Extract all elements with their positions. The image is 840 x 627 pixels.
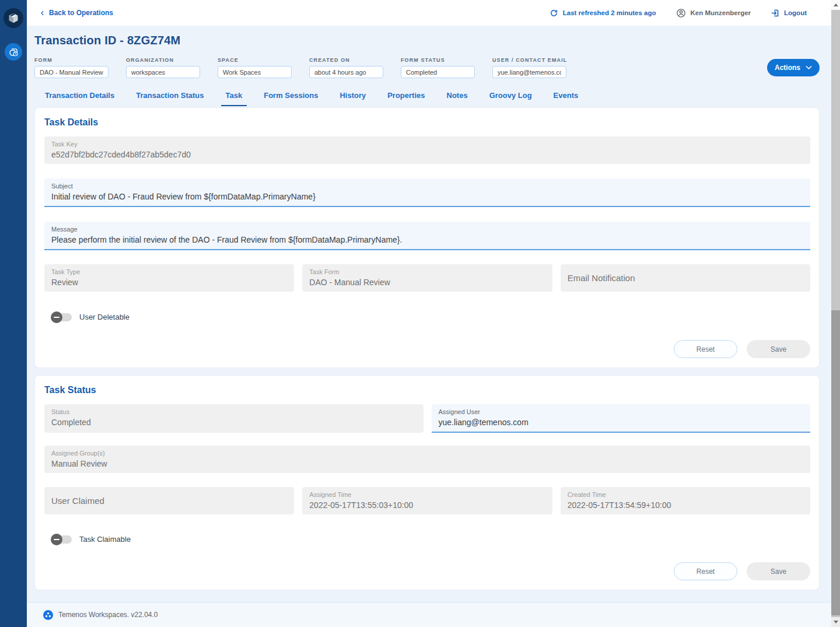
field-form: FORM	[34, 57, 108, 78]
meta-fields-row: FORM ORGANIZATION SPACE CREATED ON FORM …	[34, 57, 820, 78]
message-value: Please perform the initial review of the…	[51, 234, 803, 245]
assigned-user-field[interactable]: Assigned User yue.liang@temenos.com	[432, 404, 811, 433]
subject-label: Subject	[51, 183, 803, 190]
app-logo-button[interactable]	[4, 8, 23, 28]
tab-bar: Transaction Details Transaction Status T…	[45, 91, 820, 106]
save-button[interactable]: Save	[747, 562, 810, 580]
tab-properties[interactable]: Properties	[387, 91, 425, 106]
task-form-field: Task Form DAO - Manual Review	[302, 264, 552, 292]
vertical-scrollbar[interactable]	[831, 0, 840, 627]
back-label: Back to Operations	[49, 9, 113, 17]
tab-transaction-details[interactable]: Transaction Details	[45, 91, 114, 106]
subject-field[interactable]: Subject Initial review of DAO - Fraud Re…	[44, 178, 810, 207]
tab-form-sessions[interactable]: Form Sessions	[264, 91, 318, 106]
cube-logo-icon	[8, 12, 19, 24]
back-button[interactable]: Back to Operations	[40, 9, 113, 17]
tab-history[interactable]: History	[340, 91, 366, 106]
user-claimed-field: User Claimed	[44, 487, 294, 514]
task-details-card: Task Details Task Key e52d7bf2bdc27cded4…	[34, 107, 820, 368]
task-type-label: Task Type	[51, 268, 287, 276]
save-button[interactable]: Save	[747, 340, 810, 358]
tab-transaction-status[interactable]: Transaction Status	[136, 91, 204, 106]
page-header: Transaction ID - 8ZGZ74M Actions FORM OR…	[34, 34, 820, 78]
actions-button[interactable]: Actions	[767, 59, 820, 76]
email-notification-label: Email Notification	[568, 273, 635, 283]
user-name: Ken Munzenberger	[691, 9, 751, 16]
field-space: SPACE	[218, 57, 292, 78]
created-time-value: 2022-05-17T13:54:59+10:00	[568, 500, 803, 510]
field-created-on-label: CREATED ON	[309, 57, 383, 63]
arrow-up-icon	[834, 3, 838, 6]
actions-label: Actions	[775, 64, 800, 72]
tab-notes[interactable]: Notes	[447, 91, 468, 106]
status-label: Status	[51, 408, 416, 416]
logout-icon	[771, 9, 779, 17]
field-created-on-input[interactable]	[309, 66, 383, 78]
assigned-groups-label: Assigned Group(s)	[51, 450, 803, 457]
field-form-input[interactable]	[34, 66, 108, 78]
task-claimable-toggle[interactable]: Task Claimable	[52, 535, 810, 544]
user-deletable-toggle[interactable]: User Deletable	[52, 313, 810, 321]
logout-label: Logout	[784, 9, 807, 16]
arrow-down-icon	[834, 621, 838, 624]
task-form-label: Task Form	[309, 268, 545, 276]
sidebar-item-workspaces[interactable]	[5, 43, 22, 61]
field-form-status-input[interactable]	[401, 66, 475, 78]
logout-button[interactable]: Logout	[771, 9, 807, 17]
user-menu[interactable]: Ken Munzenberger	[676, 8, 751, 18]
user-deletable-label: User Deletable	[79, 313, 130, 321]
task-details-buttons: Reset Save	[44, 340, 810, 358]
field-organization-input[interactable]	[126, 66, 200, 78]
user-icon	[676, 8, 686, 18]
assigned-user-label: Assigned User	[439, 408, 804, 416]
reset-button[interactable]: Reset	[674, 562, 737, 580]
field-space-input[interactable]	[218, 66, 292, 78]
field-form-status-label: FORM STATUS	[401, 57, 475, 63]
field-organization: ORGANIZATION	[126, 57, 200, 78]
field-user-contact-email-label: USER / CONTACT EMAIL	[492, 57, 567, 63]
tab-events[interactable]: Events	[554, 91, 579, 106]
task-status-row-1: Status Completed Assigned User yue.liang…	[44, 404, 810, 433]
temenos-logo-icon	[43, 610, 53, 620]
assigned-time-value: 2022-05-17T13:55:03+10:00	[309, 500, 545, 510]
refresh-button[interactable]: Last refreshed 2 minutes ago	[550, 9, 656, 17]
refresh-icon	[550, 9, 558, 17]
task-type-value: Review	[51, 277, 287, 288]
task-key-field: Task Key e52d7bf2bdc27cded4b8f27ab5dec7d…	[44, 136, 810, 164]
task-claimable-label: Task Claimable	[79, 535, 131, 544]
scroll-down-button[interactable]	[831, 617, 840, 627]
task-key-label: Task Key	[51, 141, 803, 148]
tab-task[interactable]: Task	[226, 91, 243, 106]
user-deletable-switch-track[interactable]	[52, 313, 72, 321]
footer: Temenos Workspaces. v22.04.0	[27, 602, 831, 627]
refresh-label: Last refreshed 2 minutes ago	[563, 9, 656, 16]
chevron-down-icon	[806, 65, 812, 70]
user-claimed-label: User Claimed	[51, 496, 104, 506]
field-space-label: SPACE	[218, 57, 292, 63]
workspaces-icon	[9, 47, 19, 57]
assigned-user-value: yue.liang@temenos.com	[439, 417, 804, 428]
scrollbar-thumb[interactable]	[831, 310, 840, 615]
task-status-card: Task Status Status Completed Assigned Us…	[34, 375, 820, 590]
sidebar	[0, 0, 27, 627]
footer-version-text: Temenos Workspaces. v22.04.0	[58, 611, 158, 619]
created-time-label: Created Time	[568, 491, 803, 499]
task-claimable-switch-track[interactable]	[52, 535, 72, 544]
field-form-label: FORM	[34, 57, 108, 63]
field-form-status: FORM STATUS	[401, 57, 475, 78]
page-title: Transaction ID - 8ZGZ74M	[34, 34, 820, 47]
task-form-value: DAO - Manual Review	[309, 277, 545, 288]
task-key-value: e52d7bf2bdc27cded4b8f27ab5dec7d0	[51, 149, 803, 160]
status-value: Completed	[51, 417, 416, 428]
scroll-up-button[interactable]	[831, 0, 840, 10]
message-field[interactable]: Message Please perform the initial revie…	[44, 222, 810, 250]
message-label: Message	[51, 226, 803, 233]
task-details-title: Task Details	[44, 117, 810, 128]
tab-groovy-log[interactable]: Groovy Log	[489, 91, 532, 106]
toggle-minus-icon	[51, 534, 62, 545]
field-user-contact-email-input[interactable]	[492, 66, 566, 78]
assigned-time-label: Assigned Time	[309, 491, 545, 499]
task-status-row-2: User Claimed Assigned Time 2022-05-17T13…	[44, 487, 810, 514]
reset-button[interactable]: Reset	[674, 340, 737, 358]
email-notification-field: Email Notification	[561, 264, 810, 292]
